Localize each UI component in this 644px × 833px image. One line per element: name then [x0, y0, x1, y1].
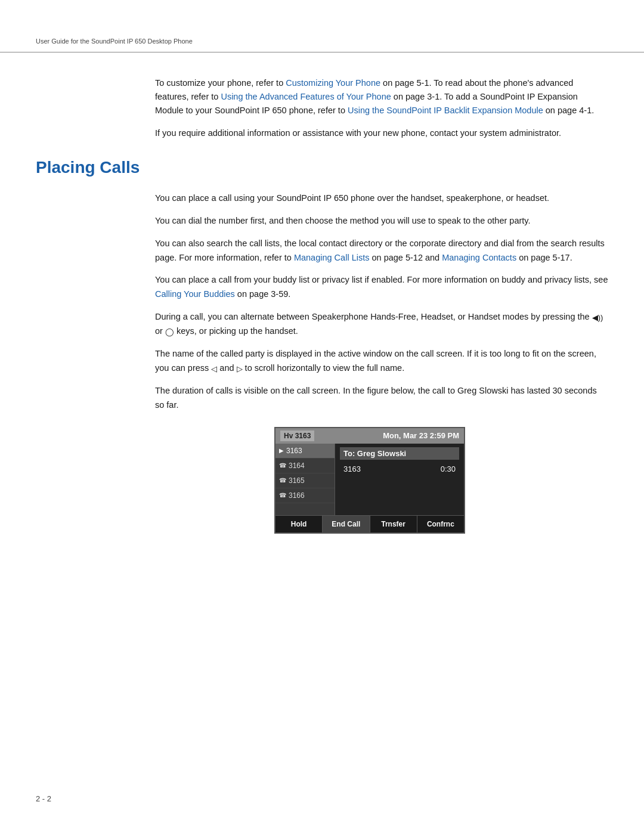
active-line-number: 3163 [295, 432, 311, 440]
link-managing-contacts[interactable]: Managing Contacts [442, 253, 516, 262]
page-number: 2 - 2 [36, 794, 51, 803]
right-arrow-icon: ▷ [237, 363, 243, 375]
section-heading: Placing Calls [36, 158, 608, 177]
line-icon-3163: ▶ [279, 447, 284, 454]
intro-text-1a: To customize your phone, refer to [155, 78, 286, 88]
screen-body: ▶ 3163 ☎ 3164 ☎ 3165 [275, 444, 464, 515]
link-managing-call-lists[interactable]: Managing Call Lists [294, 253, 370, 262]
para6-text-c: to scroll horizontally to view the full … [245, 363, 405, 373]
speakerphone-icon: ◀)) [592, 311, 603, 324]
phone-screen: Hv 3163 Mon, Mar 23 2:59 PM ▶ 3163 [274, 427, 465, 534]
confrnc-button[interactable]: Confrnc [417, 516, 464, 532]
page-container: User Guide for the SoundPoint IP 650 Des… [0, 0, 644, 581]
page-footer: 2 - 2 [36, 794, 51, 803]
call-to-label: To: Greg Slowski [340, 447, 459, 460]
link-customizing[interactable]: Customizing Your Phone [286, 78, 380, 88]
left-arrow-icon: ◁ [211, 363, 217, 375]
body-para2: You can dial the number first, and then … [155, 214, 608, 228]
body-para5: During a call, you can alternate between… [155, 310, 608, 339]
line-icon-3165: ☎ [279, 477, 286, 484]
page-header: User Guide for the SoundPoint IP 650 Des… [0, 36, 644, 52]
screen-datetime: Mon, Mar 23 2:59 PM [383, 431, 459, 440]
body-para6: The name of the called party is displaye… [155, 347, 608, 376]
screen-lines-panel: ▶ 3163 ☎ 3164 ☎ 3165 [275, 444, 335, 515]
link-advanced-features[interactable]: Using the Advanced Features of Your Phon… [221, 92, 391, 101]
call-number: 3163 [343, 465, 361, 473]
body-para4: You can place a call from your buddy lis… [155, 273, 608, 302]
para3-text-b: on page 5-12 and [369, 253, 442, 262]
body-para7: The duration of calls is visible on the … [155, 384, 608, 413]
body-para1: You can place a call using your SoundPoi… [155, 191, 608, 206]
phone-screen-wrapper: Hv 3163 Mon, Mar 23 2:59 PM ▶ 3163 [274, 427, 608, 534]
end-call-button[interactable]: End Call [323, 516, 370, 532]
para4-text-a: You can place a call from your buddy lis… [155, 275, 608, 284]
body-para3: You can also search the call lists, the … [155, 237, 608, 265]
screen-line-3165: ☎ 3165 [275, 473, 335, 488]
screen-line-3163: ▶ 3163 [275, 444, 335, 459]
intro-section: To customize your phone, refer to Custom… [155, 76, 608, 140]
line-label-3163: 3163 [286, 447, 302, 455]
para3-text-c: on page 5-17. [516, 253, 572, 262]
line-label-3164: 3164 [289, 462, 305, 470]
hold-button[interactable]: Hold [275, 516, 323, 532]
screen-header: Hv 3163 Mon, Mar 23 2:59 PM [275, 428, 464, 444]
screen-line-3164: ☎ 3164 [275, 459, 335, 473]
para6-text-b: and [219, 363, 234, 373]
line-prefix: Hv [284, 432, 295, 440]
intro-text-1d: on page 4-1. [543, 106, 594, 115]
line-icon-3164: ☎ [279, 462, 286, 469]
call-duration: 0:30 [441, 465, 456, 473]
screen-line-3166: ☎ 3166 [275, 488, 335, 503]
link-calling-buddies[interactable]: Calling Your Buddies [155, 289, 235, 299]
para4-text-b: on page 3-59. [235, 289, 291, 299]
para5-text-c: keys, or picking up the handset. [177, 326, 298, 336]
link-backlit-expansion[interactable]: Using the SoundPoint IP Backlit Expansio… [348, 106, 543, 115]
body-section: You can place a call using your SoundPoi… [155, 191, 608, 534]
screen-footer: Hold End Call Trnsfer Confrnc [275, 515, 464, 532]
intro-para2: If you require additional information or… [155, 126, 608, 140]
transfer-button[interactable]: Trnsfer [370, 516, 417, 532]
call-number-row: 3163 0:30 [340, 462, 459, 476]
screen-call-info: To: Greg Slowski 3163 0:30 [335, 444, 464, 515]
intro-para1: To customize your phone, refer to Custom… [155, 76, 608, 118]
line-label-3165: 3165 [289, 476, 305, 485]
active-line-indicator: Hv 3163 [280, 431, 314, 441]
line-label-3166: 3166 [289, 491, 305, 500]
headset-icon: ◯ [165, 326, 174, 338]
header-text: User Guide for the SoundPoint IP 650 Des… [36, 38, 193, 45]
para5-text-a: During a call, you can alternate between… [155, 312, 590, 321]
para5-text-b: or [155, 326, 163, 336]
line-icon-3166: ☎ [279, 492, 286, 498]
main-content: To customize your phone, refer to Custom… [0, 76, 644, 534]
